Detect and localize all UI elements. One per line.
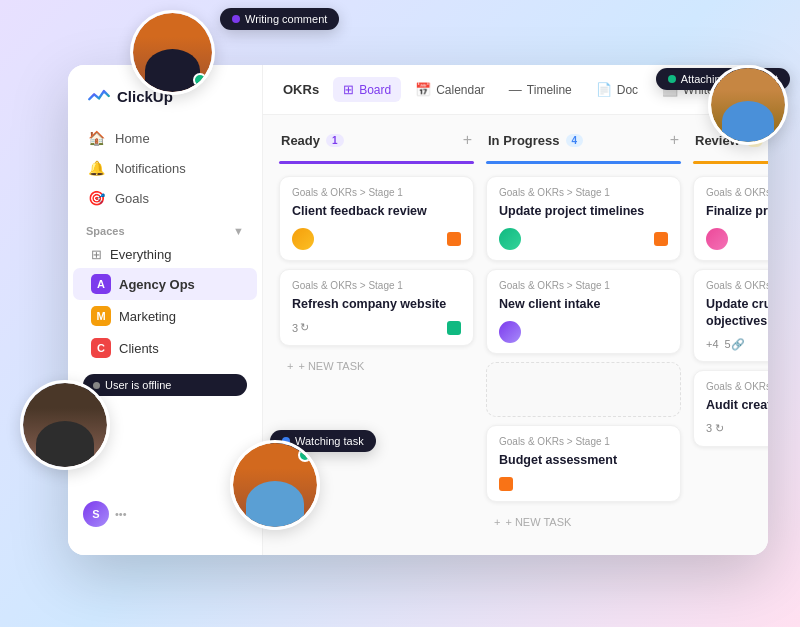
task-card-new-client-intake[interactable]: Goals & OKRs > Stage 1 New client intake bbox=[486, 269, 681, 354]
sidebar-item-everything[interactable]: ⊞ Everything bbox=[73, 241, 257, 268]
marketing-dot: M bbox=[91, 306, 111, 326]
app-window: ClickUp 🏠 Home 🔔 Notifications 🎯 Goals S… bbox=[68, 65, 768, 555]
tab-timeline[interactable]: — Timeline bbox=[499, 77, 582, 102]
column-ready-count: 1 bbox=[326, 134, 344, 147]
spaces-collapse-icon[interactable]: ▼ bbox=[233, 225, 244, 237]
offline-badge: User is offline bbox=[83, 374, 247, 396]
space-agency-label: Agency Ops bbox=[119, 277, 195, 292]
task-2-count: 3 ↻ bbox=[292, 321, 309, 334]
task-6-title: Finalize project scope bbox=[706, 203, 768, 220]
column-progress-count: 4 bbox=[566, 134, 584, 147]
task-card-update-objectives[interactable]: Goals & OKRs > Stage 1 Update crucial ke… bbox=[693, 269, 768, 362]
ready-new-task-button[interactable]: + + NEW TASK bbox=[279, 354, 474, 378]
user-avatar[interactable]: S bbox=[83, 501, 109, 527]
task-card-refresh-website[interactable]: Goals & OKRs > Stage 1 Refresh company w… bbox=[279, 269, 474, 346]
nav-notifications[interactable]: 🔔 Notifications bbox=[78, 153, 252, 183]
task-8-meta: Goals & OKRs > Stage 1 bbox=[706, 381, 768, 392]
nav-goals[interactable]: 🎯 Goals bbox=[78, 183, 252, 213]
attaching-dot-icon bbox=[668, 75, 676, 83]
column-ready-title-group: Ready 1 bbox=[281, 133, 344, 148]
tab-board-label: Board bbox=[359, 83, 391, 97]
home-icon: 🏠 bbox=[88, 130, 105, 146]
task-8-title: Audit creative performance bbox=[706, 397, 768, 414]
task-1-meta: Goals & OKRs > Stage 1 bbox=[292, 187, 461, 198]
writing-dot-icon bbox=[232, 15, 240, 23]
task-6-meta: Goals & OKRs > Stage 1 bbox=[706, 187, 768, 198]
task-8-actions: 3 ↻ bbox=[706, 422, 724, 435]
space-marketing-label: Marketing bbox=[119, 309, 176, 324]
person1-body bbox=[145, 49, 200, 92]
spaces-section: Spaces ▼ bbox=[68, 213, 262, 241]
plus-icon: + bbox=[287, 360, 293, 372]
tab-board[interactable]: ⊞ Board bbox=[333, 77, 401, 102]
task-card-finalize-scope[interactable]: Goals & OKRs > Stage 1 Finalize project … bbox=[693, 176, 768, 261]
task-2-actions: 3 ↻ bbox=[292, 321, 309, 334]
task-3-avatar bbox=[499, 228, 521, 250]
task-card-client-feedback[interactable]: Goals & OKRs > Stage 1 Client feedback r… bbox=[279, 176, 474, 261]
column-ready-add-button[interactable]: + bbox=[463, 131, 472, 149]
space-clients-label: Clients bbox=[119, 341, 159, 356]
avatar-person2 bbox=[708, 65, 788, 145]
doc-icon: 📄 bbox=[596, 82, 612, 97]
nav-home[interactable]: 🏠 Home bbox=[78, 123, 252, 153]
task-2-meta: Goals & OKRs > Stage 1 bbox=[292, 280, 461, 291]
person2-face bbox=[711, 68, 785, 142]
task-1-title: Client feedback review bbox=[292, 203, 461, 220]
task-8-count: 3 ↻ bbox=[706, 422, 724, 435]
writing-comment-label: Writing comment bbox=[245, 13, 327, 25]
task-4-meta: Goals & OKRs > Stage 1 bbox=[499, 280, 668, 291]
task-7-count: 5🔗 bbox=[725, 338, 745, 351]
task-card-update-timelines[interactable]: Goals & OKRs > Stage 1 Update project ti… bbox=[486, 176, 681, 261]
person2-body bbox=[722, 101, 774, 142]
more-icon[interactable]: ••• bbox=[115, 508, 127, 520]
plus-icon-2: + bbox=[494, 516, 500, 528]
avatar-person4 bbox=[230, 440, 320, 530]
watching-task-label: Watching task bbox=[295, 435, 364, 447]
tag-orange-icon bbox=[447, 232, 461, 246]
count-icon: 3 bbox=[292, 322, 298, 334]
tag-5-orange-icon bbox=[499, 477, 513, 491]
spaces-label: Spaces bbox=[86, 225, 125, 237]
tab-calendar[interactable]: 📅 Calendar bbox=[405, 77, 495, 102]
task-7-footer: +4 5🔗 bbox=[706, 338, 768, 351]
progress-indicator bbox=[486, 161, 681, 164]
person3-face bbox=[23, 383, 107, 467]
space-everything-label: Everything bbox=[110, 247, 171, 262]
refresh-icon: ↻ bbox=[300, 321, 309, 334]
bell-icon: 🔔 bbox=[88, 160, 105, 176]
task-2-footer: 3 ↻ bbox=[292, 321, 461, 335]
task-8-footer: 3 ↻ bbox=[706, 422, 768, 436]
writing-comment-badge: Writing comment bbox=[220, 8, 339, 30]
new-task-label: + NEW TASK bbox=[298, 360, 364, 372]
person1-online-dot bbox=[193, 73, 207, 87]
column-progress-header: In Progress 4 + bbox=[486, 131, 681, 153]
task-card-audit-performance[interactable]: Goals & OKRs > Stage 1 Audit creative pe… bbox=[693, 370, 768, 447]
nav-home-label: Home bbox=[115, 131, 150, 146]
nav-goals-label: Goals bbox=[115, 191, 149, 206]
tag-green-icon bbox=[447, 321, 461, 335]
sidebar-item-marketing[interactable]: M Marketing bbox=[73, 300, 257, 332]
column-progress-add-button[interactable]: + bbox=[670, 131, 679, 149]
column-progress-title-group: In Progress 4 bbox=[488, 133, 583, 148]
ready-indicator bbox=[279, 161, 474, 164]
task-card-budget[interactable]: Goals & OKRs > Stage 1 Budget assessment bbox=[486, 425, 681, 502]
offline-dot-icon bbox=[93, 382, 100, 389]
task-4-title: New client intake bbox=[499, 296, 668, 313]
avatar-person1 bbox=[130, 10, 215, 95]
sidebar-item-agency-ops[interactable]: A Agency Ops bbox=[73, 268, 257, 300]
breadcrumb: OKRs bbox=[283, 82, 319, 97]
new-task-label-2: + NEW TASK bbox=[505, 516, 571, 528]
tab-doc[interactable]: 📄 Doc bbox=[586, 77, 648, 102]
task-7-extra: +4 bbox=[706, 338, 719, 350]
tab-timeline-label: Timeline bbox=[527, 83, 572, 97]
offline-label: User is offline bbox=[105, 379, 171, 391]
task-3-meta: Goals & OKRs > Stage 1 bbox=[499, 187, 668, 198]
task-7-actions: +4 5🔗 bbox=[706, 338, 745, 351]
task-1-footer bbox=[292, 228, 461, 250]
task-7-title: Update crucial key objectives bbox=[706, 296, 768, 330]
task-4-footer bbox=[499, 321, 668, 343]
progress-new-task-button[interactable]: + + NEW TASK bbox=[486, 510, 681, 534]
sidebar-item-clients[interactable]: C Clients bbox=[73, 332, 257, 364]
nav-notifications-label: Notifications bbox=[115, 161, 186, 176]
expand-row-2[interactable]: › bbox=[86, 433, 244, 453]
